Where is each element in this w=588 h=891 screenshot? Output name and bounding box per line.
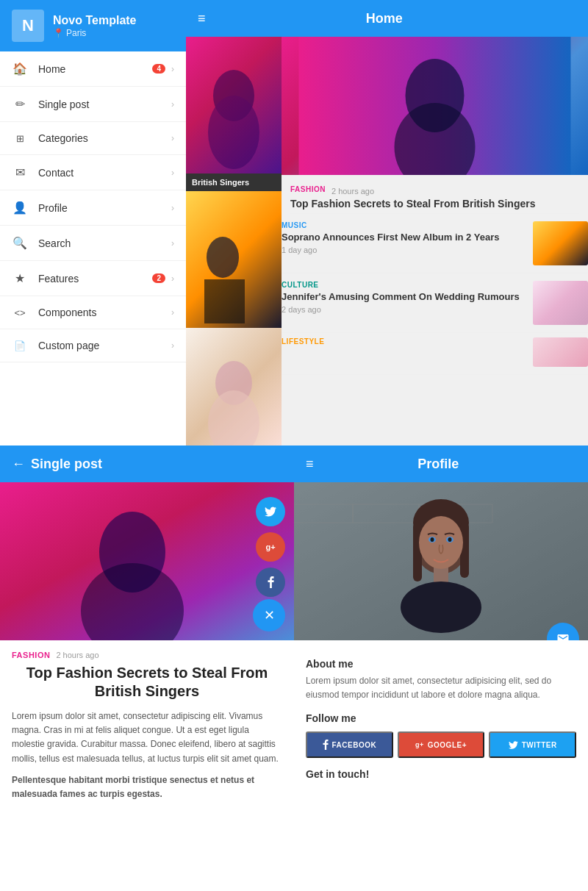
strip-image-1 (186, 37, 282, 173)
grid-icon: ⊞ (12, 133, 28, 144)
sidebar-info: Novo Template 📍 Paris (53, 13, 137, 37)
post-body: Lorem ipsum dolor sit amet, consectetur … (12, 709, 282, 766)
social-share-buttons: g+ (256, 497, 285, 597)
sidebar-item-label: Custom page (38, 340, 171, 351)
sidebar-item-label: Single post (38, 99, 171, 110)
facebook-share-button[interactable] (256, 568, 285, 597)
featured-title: Top Fashion Secrets to Steal From Britis… (290, 197, 579, 210)
sidebar-item-custom-page[interactable]: 📄 Custom page › (0, 329, 186, 362)
chevron-icon: › (171, 307, 174, 318)
svg-point-22 (401, 582, 481, 633)
home-page-title: Home (215, 11, 554, 26)
profile-panel: ≡ Profile (294, 446, 588, 891)
article-text: LIFESTYLE (282, 337, 526, 367)
svg-point-27 (448, 537, 452, 542)
features-badge: 2 (152, 273, 165, 283)
sidebar-item-label: Contact (38, 167, 171, 179)
featured-hero-image (282, 37, 588, 175)
article-text: MUSIC Soprano Announces First New Album … (282, 221, 526, 265)
chevron-icon: › (171, 273, 174, 284)
person-icon: 👤 (12, 201, 28, 215)
article-item-culture[interactable]: CULTURE Jennifer's Amusing Comment On We… (282, 273, 588, 333)
app-name: Novo Template (53, 13, 137, 27)
sidebar-item-label: Home (38, 63, 152, 75)
about-me-text: Lorem ipsum dolor sit amet, consectetur … (306, 674, 576, 702)
article-item-music[interactable]: MUSIC Soprano Announces First New Album … (282, 214, 588, 273)
menu-icon[interactable]: ≡ (306, 457, 314, 472)
single-post-title: Single post (31, 457, 102, 472)
article-title: Jennifer's Amusing Comment On Wedding Ru… (282, 291, 526, 304)
chevron-icon: › (171, 203, 174, 213)
sidebar-item-search[interactable]: 🔍 Search › (0, 226, 186, 261)
single-post-panel: ← Single post (0, 446, 294, 891)
svg-point-2 (207, 237, 239, 278)
app-logo: N (12, 10, 44, 42)
sidebar-item-components[interactable]: <> Components › (0, 296, 186, 329)
profile-content: About me Lorem ipsum dolor sit amet, con… (294, 640, 588, 891)
home-header: ≡ Home (186, 0, 588, 37)
sidebar-item-label: Features (38, 273, 152, 285)
post-meta: FASHION 2 hours ago (12, 651, 282, 659)
profile-page-title: Profile (323, 457, 554, 472)
svg-point-26 (431, 537, 434, 542)
featured-article[interactable]: FASHION 2 hours ago Top Fashion Secrets … (282, 175, 588, 213)
star-icon: ★ (12, 271, 28, 285)
sidebar-item-label: Profile (38, 202, 171, 214)
sidebar-nav: 🏠 Home 4 › ✏ Single post › ⊞ Categories … (0, 51, 186, 446)
sidebar-item-home[interactable]: 🏠 Home 4 › (0, 51, 186, 87)
chevron-icon: › (171, 133, 174, 143)
follow-me-title: Follow me (306, 712, 576, 724)
article-meta: 2 days ago (282, 305, 526, 314)
sidebar-item-label: Search (38, 237, 171, 249)
sidebar-header: N Novo Template 📍 Paris (0, 0, 186, 51)
chevron-icon: › (171, 99, 174, 110)
googleplus-follow-button[interactable]: g+ GOOGLE+ (398, 731, 485, 758)
close-button[interactable]: ✕ (253, 599, 285, 631)
post-body-2: Pellentesque habitant morbi tristique se… (12, 773, 282, 801)
code-icon: <> (12, 307, 28, 318)
article-thumbnail (533, 281, 588, 325)
page-icon: 📄 (12, 340, 28, 351)
article-item-lifestyle[interactable]: LIFESTYLE (282, 333, 588, 375)
sidebar-item-features[interactable]: ★ Features 2 › (0, 261, 186, 296)
post-category: FASHION (12, 651, 50, 659)
facebook-follow-button[interactable]: FACEBOOK (306, 731, 393, 758)
sidebar-item-label: Components (38, 307, 171, 318)
svg-point-5 (208, 390, 259, 446)
strip-image-2 (186, 191, 282, 328)
google-share-button[interactable]: g+ (256, 532, 285, 562)
about-me-title: About me (306, 658, 576, 670)
home-content-area: British Singers (186, 37, 588, 446)
sidebar-item-categories[interactable]: ⊞ Categories › (0, 122, 186, 155)
article-category: CULTURE (282, 281, 526, 289)
article-category: LIFESTYLE (282, 337, 526, 346)
sidebar-item-contact[interactable]: ✉ Contact › (0, 155, 186, 190)
article-category: MUSIC (282, 221, 526, 229)
sidebar-item-single-post[interactable]: ✏ Single post › (0, 87, 186, 122)
single-post-hero: g+ ✕ (0, 482, 294, 640)
follow-buttons-group: FACEBOOK g+ GOOGLE+ TWITTER (306, 731, 576, 758)
sidebar-item-label: Categories (38, 132, 171, 144)
menu-icon[interactable]: ≡ (198, 11, 206, 26)
strip-image-3 (186, 328, 282, 446)
single-post-header: ← Single post (0, 446, 294, 482)
get-in-touch-label: Get in touch! (306, 768, 576, 780)
post-time: 2 hours ago (56, 651, 98, 659)
strip-caption: British Singers (186, 173, 282, 191)
home-badge: 4 (152, 64, 165, 74)
svg-rect-3 (204, 279, 245, 323)
profile-header: ≡ Profile (294, 446, 588, 482)
chevron-icon: › (171, 168, 174, 178)
home-icon: 🏠 (12, 62, 28, 76)
articles-area: FASHION 2 hours ago Top Fashion Secrets … (282, 37, 588, 446)
twitter-follow-button[interactable]: TWITTER (489, 731, 576, 758)
sidebar-item-profile[interactable]: 👤 Profile › (0, 190, 186, 226)
back-button[interactable]: ← (12, 457, 25, 472)
twitter-share-button[interactable] (256, 497, 285, 526)
single-post-content: FASHION 2 hours ago Top Fashion Secrets … (0, 640, 294, 891)
article-text: CULTURE Jennifer's Amusing Comment On We… (282, 281, 526, 325)
article-title: Soprano Announces First New Album in 2 Y… (282, 232, 526, 244)
location-pin-icon: 📍 (53, 28, 64, 38)
edit-icon: ✏ (12, 97, 28, 111)
profile-hero (294, 482, 588, 640)
